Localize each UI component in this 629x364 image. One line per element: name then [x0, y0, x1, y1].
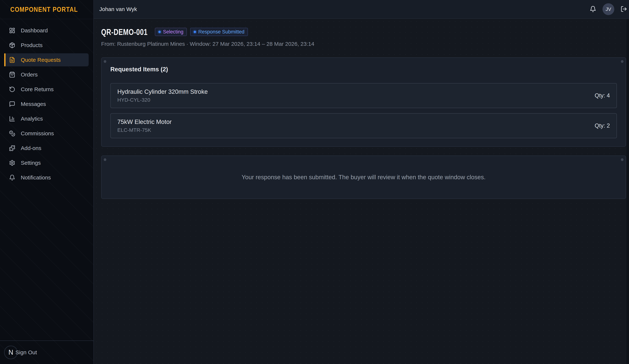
card-corner-dot — [621, 158, 624, 161]
main-content: QR-DEMO-001 Selecting Response Submitted… — [94, 19, 629, 364]
footer-avatar-letter: N — [8, 349, 13, 356]
scrollbar[interactable] — [626, 19, 629, 364]
status-badge-label: Selecting — [163, 29, 183, 35]
card-corner-dot — [621, 60, 624, 63]
sidebar-item-label: Products — [21, 42, 42, 48]
notifications-button[interactable] — [590, 6, 596, 13]
page-title: QR-DEMO-001 — [101, 28, 152, 36]
card-corner-dot — [104, 158, 106, 161]
sidebar-item-label: Quote Requests — [21, 57, 61, 63]
sidebar-item-label: Commissions — [21, 130, 54, 136]
sidebar-item-quote-requests[interactable]: Quote Requests — [4, 53, 89, 66]
item-qty: Qty: 2 — [595, 122, 610, 129]
requested-item-row: Hydraulic Cylinder 320mm Stroke HYD-CYL-… — [110, 83, 617, 108]
brand-text: COMPONENT PORTAL — [10, 6, 78, 13]
topbar: Johan van Wyk JV — [94, 0, 629, 19]
item-name: Hydraulic Cylinder 320mm Stroke — [117, 88, 208, 95]
requested-items-card: Requested Items (2) Hydraulic Cylinder 3… — [101, 57, 626, 147]
sidebar-item-label: Analytics — [21, 116, 43, 122]
user-avatar[interactable]: JV — [603, 3, 614, 15]
requested-items-title: Requested Items (2) — [110, 66, 617, 73]
sidebar-item-notifications[interactable]: Notifications — [4, 171, 89, 184]
status-dot-icon — [158, 31, 161, 33]
sidebar-item-label: Notifications — [21, 174, 51, 181]
sidebar-item-label: Messages — [21, 101, 46, 107]
status-badge-response-submitted: Response Submitted — [190, 28, 248, 36]
gear-icon — [9, 160, 15, 166]
sidebar-nav: Dashboard Products Quote Requests Orders… — [0, 24, 93, 184]
sidebar-item-core-returns[interactable]: Core Returns — [4, 83, 89, 96]
sidebar-item-label: Settings — [21, 160, 41, 166]
brand-logo[interactable]: COMPONENT PORTAL — [0, 0, 93, 19]
message-square-icon — [9, 101, 15, 107]
item-name: 75kW Electric Motor — [117, 119, 171, 125]
sign-out-button[interactable]: Sign Out — [15, 349, 37, 356]
page-header: QR-DEMO-001 Selecting Response Submitted — [101, 28, 626, 36]
page-title-text: QR-DEMO-001 — [101, 28, 148, 36]
sidebar-item-label: Add-ons — [21, 145, 41, 151]
sidebar-item-commissions[interactable]: Commissions — [4, 127, 89, 140]
item-sku: ELC-MTR-75K — [117, 127, 171, 133]
file-text-icon — [9, 57, 15, 63]
dashboard-icon — [9, 27, 15, 34]
sidebar-item-settings[interactable]: Settings — [4, 156, 89, 169]
bell-icon — [9, 174, 15, 181]
sidebar-item-dashboard[interactable]: Dashboard — [4, 24, 89, 37]
status-badge-label: Response Submitted — [198, 29, 244, 35]
coins-icon — [9, 130, 15, 136]
card-corner-dot — [104, 60, 106, 63]
response-notice-card: Your response has been submitted. The bu… — [101, 155, 626, 199]
sidebar-item-label: Orders — [21, 72, 38, 78]
topbar-actions: JV — [590, 3, 627, 15]
requested-item-row: 75kW Electric Motor ELC-MTR-75K Qty: 2 — [110, 113, 617, 138]
item-qty: Qty: 4 — [595, 92, 610, 99]
avatar-initials: JV — [606, 6, 611, 12]
logout-button[interactable] — [621, 6, 627, 13]
sidebar-item-add-ons[interactable]: Add-ons — [4, 141, 89, 155]
status-badge-selecting: Selecting — [155, 28, 187, 36]
sidebar: COMPONENT PORTAL Dashboard Products Quot… — [0, 0, 94, 364]
sidebar-item-messages[interactable]: Messages — [4, 98, 89, 111]
sidebar-item-label: Dashboard — [21, 27, 48, 34]
shopping-bag-icon — [9, 72, 15, 78]
item-info: 75kW Electric Motor ELC-MTR-75K — [117, 119, 171, 133]
sidebar-item-products[interactable]: Products — [4, 39, 89, 52]
logout-icon — [621, 6, 627, 13]
package-icon — [9, 42, 15, 48]
request-meta: From: Rustenburg Platinum Mines · Window… — [101, 41, 626, 47]
status-dot-icon — [194, 31, 196, 33]
sidebar-item-label: Core Returns — [21, 86, 53, 93]
bar-chart-icon — [9, 116, 15, 122]
sidebar-item-orders[interactable]: Orders — [4, 68, 89, 81]
sidebar-footer: N Sign Out — [0, 341, 93, 364]
item-info: Hydraulic Cylinder 320mm Stroke HYD-CYL-… — [117, 88, 208, 103]
item-sku: HYD-CYL-320 — [117, 97, 208, 103]
topbar-user-name: Johan van Wyk — [99, 6, 137, 12]
sidebar-item-analytics[interactable]: Analytics — [4, 112, 89, 125]
response-notice-text: Your response has been submitted. The bu… — [242, 174, 485, 181]
bell-icon — [590, 6, 596, 13]
rotate-ccw-icon — [9, 86, 15, 93]
puzzle-icon — [9, 145, 15, 151]
